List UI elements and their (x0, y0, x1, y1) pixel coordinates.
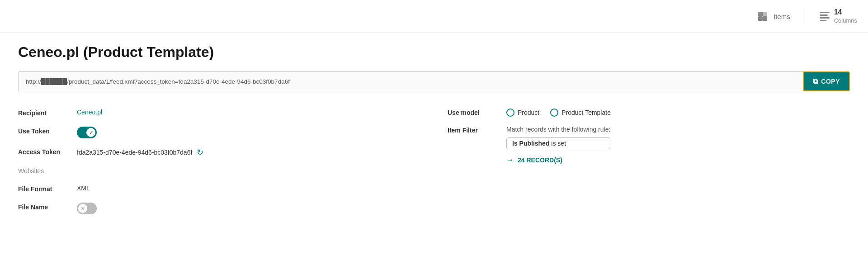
product-radio-option[interactable]: Product (506, 109, 539, 117)
recipient-label: Recipient (18, 109, 77, 117)
form-grid: Recipient Ceneo.pl Use Token Access Toke… (18, 104, 850, 219)
url-bar-row: ⧉ COPY (18, 71, 850, 91)
use-model-row: Use model Product Product Template (448, 104, 850, 121)
item-filter-row: Item Filter Match records with the follo… (448, 121, 850, 171)
use-token-row: Use Token (18, 122, 420, 143)
svg-rect-3 (763, 12, 767, 16)
access-token-value: fda2a315-d70e-4ede-94d6-bc03f0b7da6f ↻ (77, 147, 203, 157)
filter-badge-rest: is set (549, 140, 566, 147)
recipient-value[interactable]: Ceneo.pl (77, 109, 102, 116)
product-template-radio[interactable] (550, 109, 558, 117)
columns-section[interactable]: 14 Columns (820, 8, 857, 25)
file-format-row: File Format XML (18, 180, 420, 198)
main-content: Ceneo.pl (Product Template) ⧉ COPY Recip… (0, 33, 868, 233)
product-template-label: Product Template (561, 109, 611, 116)
use-token-toggle[interactable] (77, 127, 97, 138)
file-name-toggle[interactable] (77, 203, 97, 214)
product-template-radio-option[interactable]: Product Template (550, 109, 611, 117)
columns-icon (820, 12, 830, 21)
records-count: 24 RECORD(S) (518, 156, 562, 164)
product-label: Product (518, 109, 539, 116)
access-token-label: Access Token (18, 147, 77, 156)
items-section[interactable]: Items (756, 10, 790, 23)
svg-rect-2 (758, 12, 763, 16)
filter-badge[interactable]: Is Published is set (506, 137, 610, 149)
use-token-label: Use Token (18, 127, 77, 135)
copy-button[interactable]: ⧉ COPY (803, 71, 850, 91)
radio-group: Product Product Template (506, 109, 611, 117)
file-name-label: File Name (18, 203, 77, 211)
websites-label: Websites (18, 166, 77, 175)
copy-icon: ⧉ (813, 77, 818, 85)
toggle-knob (86, 128, 95, 137)
access-token-row: Access Token fda2a315-d70e-4ede-94d6-bc0… (18, 143, 420, 162)
divider (805, 7, 805, 25)
arrow-right-icon: → (506, 156, 514, 165)
file-name-toggle-knob (78, 204, 87, 213)
websites-row: Websites (18, 162, 420, 180)
columns-label: Columns (834, 17, 857, 25)
records-link[interactable]: → 24 RECORD(S) (506, 154, 610, 166)
file-format-label: File Format (18, 184, 77, 193)
use-model-label: Use model (448, 109, 506, 116)
refresh-icon[interactable]: ↻ (197, 147, 203, 157)
product-radio[interactable] (506, 109, 514, 117)
items-icon (756, 10, 769, 23)
file-name-row: File Name (18, 198, 420, 219)
right-column: Use model Product Product Template Item … (448, 104, 850, 219)
file-format-value: XML (77, 184, 90, 192)
item-filter-content: Match records with the following rule: I… (506, 126, 610, 166)
url-input[interactable] (18, 71, 803, 91)
left-column: Recipient Ceneo.pl Use Token Access Toke… (18, 104, 420, 219)
item-filter-label: Item Filter (448, 126, 506, 134)
svg-rect-1 (763, 16, 767, 21)
columns-info: 14 Columns (834, 8, 857, 25)
columns-count: 14 (834, 8, 857, 17)
svg-rect-0 (758, 16, 763, 21)
top-bar: Items 14 Columns (0, 0, 868, 33)
filter-badge-bold: Is Published (512, 140, 549, 147)
items-label: Items (774, 13, 790, 20)
filter-match-text: Match records with the following rule: (506, 126, 610, 133)
access-token-text: fda2a315-d70e-4ede-94d6-bc03f0b7da6f (77, 149, 192, 156)
recipient-row: Recipient Ceneo.pl (18, 104, 420, 122)
page-title: Ceneo.pl (Product Template) (18, 44, 850, 61)
copy-label: COPY (821, 78, 840, 85)
